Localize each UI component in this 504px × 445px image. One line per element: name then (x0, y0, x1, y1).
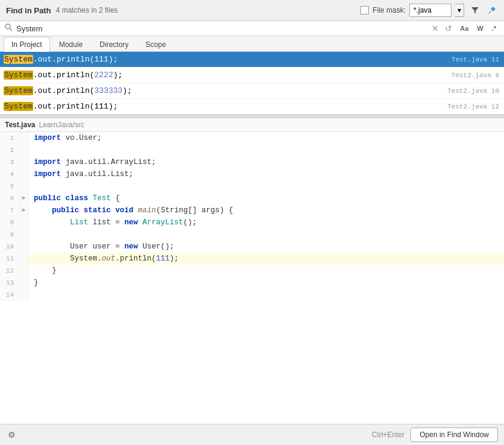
code-body[interactable]: 1 import vo.User; 2 3 import java.util.A… (0, 132, 504, 424)
code-line: 3 import java.util.ArrayList; (0, 156, 504, 168)
file-mask-input[interactable] (409, 4, 451, 17)
scope-tabs: In Project Module Directory Scope (0, 36, 504, 52)
result-row[interactable]: System.out.println(111); Test.java 11 (0, 52, 504, 68)
result-file-info: Test2.java 12 (447, 103, 499, 110)
code-line: 1 import vo.User; (0, 132, 504, 144)
svg-marker-0 (471, 7, 479, 14)
tab-in-project[interactable]: In Project (4, 37, 50, 52)
keyword-highlight: System (4, 102, 33, 111)
code-line: 4 import java.util.List; (0, 168, 504, 180)
result-file-info: Test2.java 9 (451, 72, 499, 79)
whole-word-button[interactable]: W (474, 24, 486, 33)
result-row[interactable]: System.out.println(333333); Test2.java 1… (0, 83, 504, 99)
file-mask-checkbox[interactable] (360, 6, 369, 14)
code-line-highlighted: 11 System.out.println(111); (0, 253, 504, 265)
search-input[interactable] (16, 24, 427, 33)
clear-search-button[interactable]: ✕ (430, 24, 440, 33)
keyboard-shortcut: Ctrl+Enter (372, 431, 404, 439)
svg-line-1 (489, 11, 491, 13)
tab-module[interactable]: Module (51, 37, 91, 52)
result-file-info: Test2.java 10 (447, 87, 499, 95)
code-line: 6 ▶ public class Test { (0, 192, 504, 204)
result-code: System.out.println(111); (4, 55, 445, 64)
panel-title: Find in Path (6, 6, 51, 15)
file-mask-label: File mask: (372, 6, 406, 14)
result-code: System.out.println(333333); (4, 86, 441, 95)
open-in-find-window-button[interactable]: Open in Find Window (410, 428, 498, 442)
code-line: 13 } (0, 277, 504, 289)
svg-line-3 (10, 28, 12, 31)
file-mask-dropdown-btn[interactable]: ▾ (455, 4, 464, 17)
keyword-highlight: System (4, 71, 33, 80)
result-row[interactable]: System.out.println(111); Test2.java 12 (0, 99, 504, 115)
code-line: 2 (0, 144, 504, 156)
result-file-info: Test.java 11 (451, 56, 499, 63)
code-line: 9 (0, 229, 504, 241)
replace-button[interactable]: ↺ (444, 24, 453, 33)
result-row[interactable]: System.out.println(2222); Test2.java 9 (0, 68, 504, 83)
results-list: System.out.println(111); Test.java 11 Sy… (0, 52, 504, 115)
result-code: System.out.println(2222); (4, 71, 445, 80)
preview-file-name: Test.java (5, 121, 35, 129)
regex-button[interactable]: .* (489, 24, 499, 33)
filter-button[interactable] (469, 4, 481, 16)
result-code: System.out.println(111); (4, 102, 441, 111)
code-line: 14 (0, 289, 504, 301)
code-line: 8 List list = new ArrayList(); (0, 216, 504, 229)
code-line: 5 (0, 180, 504, 192)
file-mask-area: File mask: ▾ (360, 4, 464, 17)
code-line: 12 } (0, 265, 504, 277)
code-preview-header: Test.java LearnJava/src (0, 118, 504, 132)
code-preview: Test.java LearnJava/src 1 import vo.User… (0, 118, 504, 424)
search-bar: ✕ ↺ Aa W .* (0, 21, 504, 36)
pin-button[interactable] (486, 4, 498, 16)
find-in-path-header: Find in Path 4 matches in 2 files File m… (0, 0, 504, 21)
settings-button[interactable]: ⚙ (6, 428, 18, 441)
code-line: 10 User user = new User(); (0, 241, 504, 253)
match-case-button[interactable]: Aa (457, 24, 471, 33)
svg-point-2 (5, 24, 10, 29)
preview-file-path: LearnJava/src (39, 121, 84, 129)
code-line: 7 ▶ public static void main(String[] arg… (0, 204, 504, 216)
keyword-highlight: System (4, 55, 33, 64)
footer: ⚙ Ctrl+Enter Open in Find Window (0, 424, 504, 445)
tab-scope[interactable]: Scope (138, 37, 174, 52)
keyword-highlight: System (4, 86, 33, 95)
search-icon (5, 24, 13, 33)
filter-icon (471, 6, 479, 14)
tab-directory[interactable]: Directory (92, 37, 136, 52)
search-options: Aa W .* (457, 24, 499, 33)
matches-count: 4 matches in 2 files (56, 6, 118, 14)
pin-icon (488, 6, 496, 14)
